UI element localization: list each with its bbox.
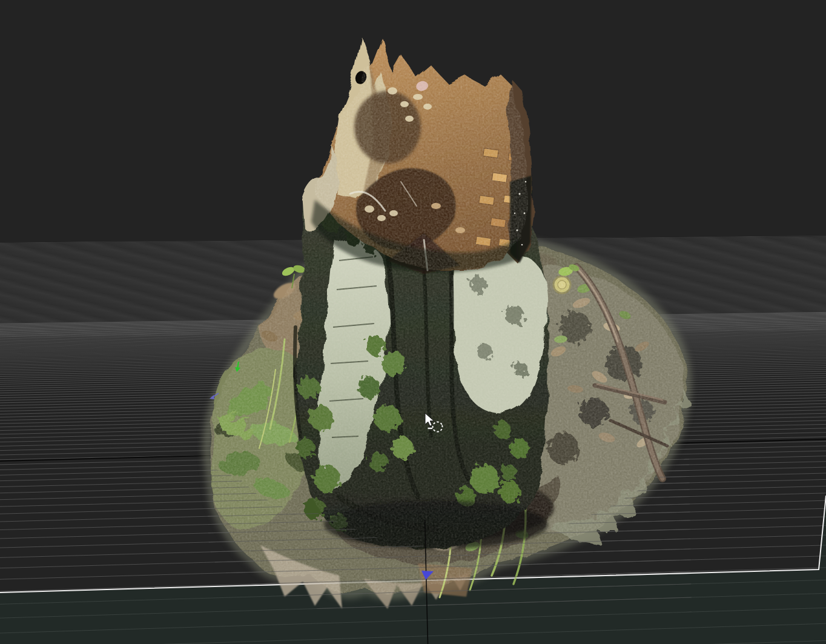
cursor-arrow-icon [425,413,434,426]
green-marker[interactable] [235,362,240,372]
blue-cone-marker[interactable] [421,571,434,580]
busy-spinner-icon [431,420,444,433]
viewport-canvas[interactable] [0,0,826,644]
mouse-cursor [425,413,444,433]
blue-arrow-marker[interactable] [210,393,219,399]
viewport-overlay [0,0,826,644]
vertical-axis-line [425,520,428,644]
